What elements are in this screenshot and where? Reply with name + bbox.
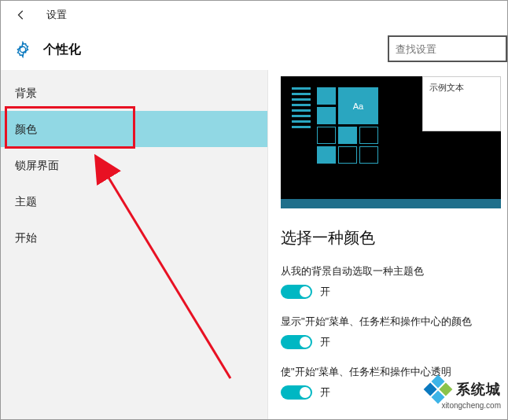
toggle-auto-color-state: 开 [320,285,330,299]
sidebar-item-background[interactable]: 背景 [1,75,267,111]
section-title: 选择一种颜色 [281,227,507,249]
theme-preview: Aa 示例文本 [281,76,501,208]
toggle-show-color-state: 开 [320,335,330,349]
page-title: 个性化 [43,42,81,58]
sidebar-item-color[interactable]: 颜色 [1,111,267,147]
toggle-show-color[interactable] [281,335,312,349]
preview-tile-aa: Aa [338,87,378,124]
setting-show-color-label: 显示"开始"菜单、任务栏和操作中心的颜色 [281,315,507,329]
search-box[interactable] [388,35,507,62]
search-input[interactable] [396,43,499,55]
preview-taskbar [281,199,501,208]
toggle-transparent[interactable] [281,385,312,400]
sidebar-item-theme[interactable]: 主题 [1,183,267,219]
setting-auto-color-label: 从我的背景自动选取一种主题色 [281,264,507,278]
sidebar-item-start[interactable]: 开始 [1,219,267,256]
toggle-transparent-state: 开 [320,385,330,400]
sidebar-item-lockscreen[interactable]: 锁屏界面 [1,147,267,183]
preview-window: 示例文本 [422,76,501,131]
window-title: 设置 [46,8,67,22]
sidebar: 背景 颜色 锁屏界面 主题 开始 [1,70,268,420]
setting-transparent-label: 使"开始"菜单、任务栏和操作中心透明 [281,365,507,379]
back-button[interactable] [10,4,32,26]
toggle-auto-color[interactable] [281,285,312,299]
preview-sample-text: 示例文本 [429,83,464,92]
gear-icon [13,40,32,59]
